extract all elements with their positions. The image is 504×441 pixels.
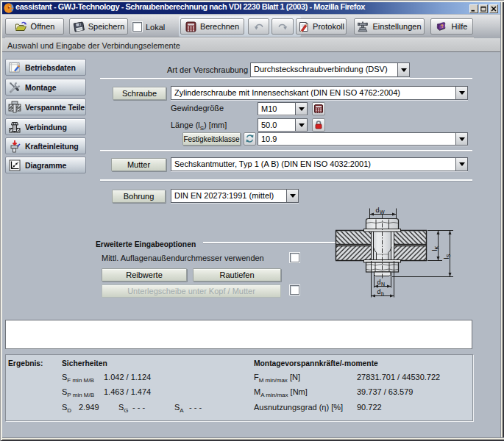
svg-text:W: W [380,209,385,215]
svg-text:h: h [381,291,384,296]
svg-text:d: d [376,207,380,214]
svg-text:N: N [381,282,385,287]
svg-text:d: d [377,288,381,295]
svg-text:d: d [377,279,381,286]
